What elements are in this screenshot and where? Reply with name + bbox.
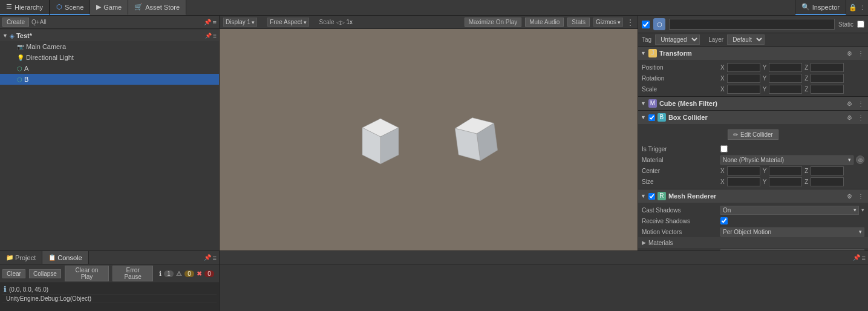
cs-x-input[interactable]: 1	[727, 177, 760, 186]
mute-audio-btn[interactable]: Mute Audio	[525, 18, 564, 27]
mesh-renderer-header[interactable]: ▼ R Mesh Renderer ⚙ ⋮	[638, 189, 868, 203]
bottom-pin: 📌	[204, 254, 211, 261]
rotation-value: X 0 Y 8 Z 45	[720, 74, 864, 83]
position-row: Position X 2.289572 Y -0.652896 Z 3.1173…	[638, 62, 868, 73]
collider-material-btn[interactable]: ◎	[856, 156, 864, 164]
transform-arrow: ▼	[641, 50, 646, 56]
cast-shadows-dd[interactable]: On	[720, 206, 859, 215]
scene-panel-menu[interactable]: ⋮	[627, 18, 634, 27]
hierarchy-item-a[interactable]: ⬡ A	[0, 63, 219, 74]
mesh-renderer-name: Mesh Renderer	[668, 192, 843, 200]
hierarchy-item-dlight[interactable]: 💡 Directional Light	[0, 52, 219, 63]
transform-body: Position X 2.289572 Y -0.652896 Z 3.1173…	[638, 60, 868, 96]
mesh-filter-more[interactable]: ⋮	[856, 100, 866, 107]
display-dropdown[interactable]: Display 1	[223, 18, 257, 27]
cc-x-input[interactable]: 0	[727, 166, 760, 175]
asset-tab-label: Asset Store	[145, 4, 180, 11]
box-collider-enabled[interactable]	[648, 114, 655, 121]
is-trigger-checkbox[interactable]	[720, 145, 728, 152]
motion-vectors-dd[interactable]: Per Object Motion	[720, 228, 864, 237]
gizmos-dropdown[interactable]: Gizmos	[593, 18, 623, 27]
b-icon: ⬡	[17, 76, 22, 83]
mesh-renderer-body: Cast Shadows On ▾ Receive Shadows Motion…	[638, 203, 868, 250]
transform-header[interactable]: ▼ J Transform ⚙ ⋮	[638, 47, 868, 60]
warn-icon: ⚠	[176, 270, 182, 278]
collapse-btn[interactable]: Collapse	[29, 269, 61, 278]
transform-more[interactable]: ⋮	[856, 50, 866, 57]
obj-active-checkbox[interactable]	[642, 21, 650, 28]
cs-z-input[interactable]: 1	[811, 177, 844, 186]
transform-settings[interactable]: ⚙	[845, 50, 854, 57]
sc-z-input[interactable]: 1	[811, 85, 844, 94]
sc-x-input[interactable]: 1	[727, 85, 760, 94]
error-pause-btn[interactable]: Error Pause	[113, 266, 153, 281]
mesh-filter-settings[interactable]: ⚙	[845, 100, 854, 107]
hierarchy-tab-label: Hierarchy	[15, 4, 43, 11]
scene-tab-label: Scene	[65, 4, 83, 11]
pos-z-input[interactable]: 3.117394	[811, 63, 844, 72]
tab-project[interactable]: 📁 Project	[0, 251, 42, 264]
materials-row[interactable]: ▶ Materials	[638, 237, 868, 248]
box-collider-more[interactable]: ⋮	[856, 114, 866, 121]
cc-y-input[interactable]: 0	[769, 166, 802, 175]
dlight-label: Directional Light	[26, 54, 74, 61]
rot-y-input[interactable]: 8	[769, 74, 802, 83]
aspect-dropdown[interactable]: Free Aspect	[267, 18, 308, 27]
stats-btn[interactable]: Stats	[567, 18, 590, 27]
mesh-renderer-settings[interactable]: ⚙	[845, 193, 854, 200]
hierarchy-item-b[interactable]: ⬡ B	[0, 74, 219, 85]
clear-on-play-btn[interactable]: Clear on Play	[65, 266, 109, 281]
receive-shadows-checkbox[interactable]	[720, 217, 728, 224]
bottom-right-menu[interactable]: ≡	[862, 254, 866, 261]
scale-slider-icon: ◁▷	[336, 19, 345, 25]
pos-x-input[interactable]: 2.289572	[727, 63, 760, 72]
layer-label: Layer	[708, 36, 723, 43]
tab-game[interactable]: ▶ Game	[90, 0, 128, 15]
more-icon[interactable]: ⋮	[859, 4, 866, 11]
box-collider-settings[interactable]: ⚙	[845, 114, 854, 121]
hierarchy-item-camera[interactable]: 📷 Main Camera	[0, 41, 219, 52]
tab-console[interactable]: 📋 Console	[42, 251, 88, 264]
obj-icon: ⬡	[653, 18, 665, 30]
mesh-renderer-enabled[interactable]	[648, 193, 655, 200]
tab-hierarchy[interactable]: ☰ Hierarchy	[0, 0, 50, 15]
mesh-renderer-more[interactable]: ⋮	[856, 193, 866, 200]
motion-vectors-value: Per Object Motion	[720, 228, 864, 237]
receive-shadows-row: Receive Shadows	[638, 215, 868, 226]
console-tab-label: Console	[57, 254, 82, 261]
rot-z-input[interactable]: 45	[811, 74, 844, 83]
hierarchy-menu-icon[interactable]: ≡	[213, 19, 217, 26]
static-checkbox[interactable]	[857, 21, 864, 28]
sc-y-input[interactable]: 1	[769, 85, 802, 94]
scene-menu[interactable]: ≡	[213, 33, 217, 39]
box-collider-header[interactable]: ▼ B Box Collider ⚙ ⋮	[638, 111, 868, 124]
log-row-0[interactable]: ℹ (0.0, 8.0, 45.0)	[2, 284, 217, 295]
lock-icon[interactable]: 🔒	[849, 4, 857, 11]
tab-scene[interactable]: ⬡ Scene	[50, 0, 90, 15]
pos-z-label: Z	[804, 64, 808, 71]
collider-material-dd[interactable]: None (Physic Material)	[720, 156, 853, 165]
collider-material-row: Material None (Physic Material) ◎	[638, 154, 868, 165]
edit-collider-btn[interactable]: ✏ Edit Collider	[728, 129, 778, 140]
box-collider-buttons: ⚙ ⋮	[845, 114, 866, 121]
layer-dropdown[interactable]: Default	[727, 34, 765, 45]
inspector-icon: 🔍	[801, 3, 810, 11]
create-button[interactable]: Create	[2, 18, 29, 27]
scene-viewport	[220, 29, 638, 250]
cc-z-input[interactable]: 0	[811, 166, 844, 175]
maximize-btn[interactable]: Maximize On Play	[465, 18, 522, 27]
rot-x-label: X	[720, 75, 725, 82]
tab-inspector[interactable]: 🔍 Inspector	[795, 0, 846, 15]
tag-dropdown[interactable]: Untagged	[655, 34, 700, 45]
tab-asset-store[interactable]: 🛒 Asset Store	[128, 0, 186, 15]
clear-btn[interactable]: Clear	[2, 269, 25, 278]
obj-name-input[interactable]: B	[669, 19, 835, 30]
scale-control[interactable]: Scale ◁▷ 1x	[319, 19, 353, 25]
cs-y-input[interactable]: 1	[769, 177, 802, 186]
log-row-1[interactable]: UnityEngine.Debug:Log(Object)	[2, 295, 217, 303]
hierarchy-scene-root[interactable]: ▼ ◈ Test* 📌 ≡	[0, 30, 219, 41]
rot-x-input[interactable]: 0	[727, 74, 760, 83]
mesh-filter-header[interactable]: ▼ M Cube (Mesh Filter) ⚙ ⋮	[638, 97, 868, 110]
bottom-menu[interactable]: ≡	[213, 254, 217, 261]
pos-y-input[interactable]: -0.652896	[769, 63, 802, 72]
